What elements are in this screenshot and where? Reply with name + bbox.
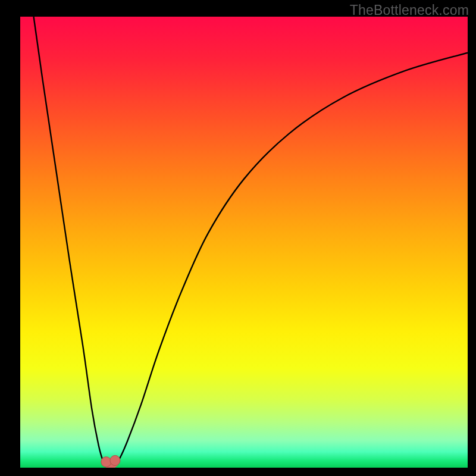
marker-left — [101, 457, 111, 467]
chart-svg — [20, 17, 468, 468]
plot-area — [20, 17, 468, 468]
marker-right — [110, 455, 120, 465]
watermark-text: TheBottleneck.com — [350, 2, 469, 18]
gradient-background — [20, 17, 468, 468]
chart-frame: TheBottleneck.com — [0, 0, 476, 476]
